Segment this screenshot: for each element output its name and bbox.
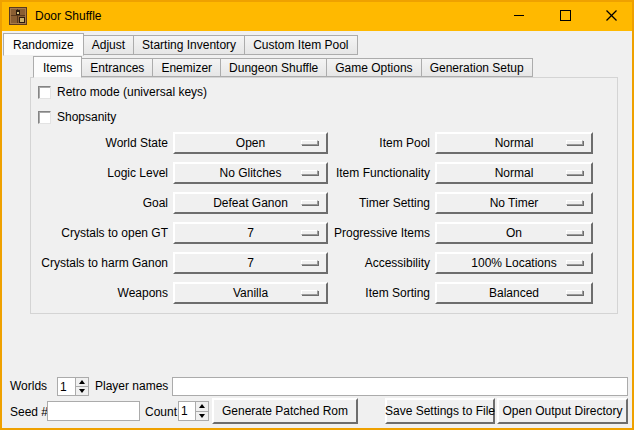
tab-generation-setup[interactable]: Generation Setup (421, 58, 533, 77)
minimize-button[interactable] (496, 0, 542, 31)
spinner-down-icon (199, 414, 205, 418)
item-functionality-dropdown[interactable]: Normal (435, 162, 593, 184)
item-functionality-value: Normal (495, 164, 534, 182)
dropdown-indicator-icon (566, 200, 583, 205)
item-sorting-label: Item Sorting (290, 282, 430, 304)
crystals-open-gt-label: Crystals to open GT (35, 222, 168, 244)
seed-input[interactable] (47, 401, 140, 421)
weapons-label: Weapons (35, 282, 168, 304)
world-state-value: Open (236, 134, 265, 152)
tab-randomize[interactable]: Randomize (3, 33, 84, 56)
item-pool-value: Normal (495, 134, 534, 152)
accessibility-value: 100% Locations (471, 254, 556, 272)
caption-buttons (496, 0, 634, 31)
item-sorting-value: Balanced (489, 284, 539, 302)
tab-custom-item-pool[interactable]: Custom Item Pool (244, 35, 357, 55)
door-icon (9, 7, 27, 25)
accessibility-dropdown[interactable]: 100% Locations (435, 252, 593, 274)
weapons-value: Vanilla (233, 284, 268, 302)
count-spinner-up-button[interactable] (196, 402, 208, 411)
dropdown-indicator-icon (566, 170, 583, 175)
spinner-up-icon (199, 404, 205, 408)
window-title: Door Shuffle (35, 9, 102, 23)
progressive-items-label: Progressive Items (290, 222, 430, 244)
minimize-icon (514, 15, 524, 16)
tab-starting-inventory[interactable]: Starting Inventory (133, 35, 245, 55)
door-shuffle-window: Door Shuffle Randomize Adjust Starting I… (0, 0, 634, 430)
count-label: Count (145, 405, 177, 419)
generate-patched-rom-button[interactable]: Generate Patched Rom (212, 398, 358, 424)
count-spinner-down-button[interactable] (196, 411, 208, 421)
tab-game-options[interactable]: Game Options (326, 58, 421, 77)
world-state-label: World State (35, 132, 168, 154)
tab-entrances[interactable]: Entrances (81, 58, 153, 77)
dropdown-indicator-icon (566, 230, 583, 235)
dropdown-indicator-icon (566, 140, 583, 145)
retro-mode-label: Retro mode (universal keys) (57, 86, 207, 99)
worlds-spinner (57, 377, 89, 396)
sub-tabbar: Items Entrances Enemizer Dungeon Shuffle… (33, 55, 532, 77)
tab-items[interactable]: Items (33, 56, 82, 78)
close-icon (606, 10, 617, 21)
progressive-items-value: On (506, 224, 522, 242)
count-spinner-arrows (195, 402, 208, 420)
main-tabbar: Randomize Adjust Starting Inventory Cust… (3, 32, 357, 55)
retro-mode-checkbox[interactable] (38, 86, 51, 99)
tab-adjust[interactable]: Adjust (83, 35, 134, 55)
goal-label: Goal (35, 192, 168, 214)
worlds-label: Worlds (10, 379, 47, 393)
worlds-spinner-down-button[interactable] (76, 386, 88, 395)
item-pool-dropdown[interactable]: Normal (435, 132, 593, 154)
crystals-open-gt-value: 7 (247, 224, 254, 242)
item-functionality-label: Item Functionality (290, 162, 430, 184)
shopsanity-checkbox[interactable] (38, 111, 51, 124)
save-settings-button[interactable]: Save Settings to File (385, 398, 495, 424)
spinner-up-icon (79, 380, 85, 384)
count-spinner (178, 401, 209, 421)
open-output-directory-button[interactable]: Open Output Directory (497, 398, 628, 424)
goal-value: Defeat Ganon (213, 194, 288, 212)
seed-label: Seed # (10, 405, 48, 419)
shopsanity-label: Shopsanity (57, 111, 116, 124)
crystals-harm-ganon-label: Crystals to harm Ganon (35, 252, 168, 274)
timer-setting-value: No Timer (490, 194, 539, 212)
tab-enemizer[interactable]: Enemizer (152, 58, 221, 77)
tab-dungeon-shuffle[interactable]: Dungeon Shuffle (220, 58, 327, 77)
close-button[interactable] (588, 0, 634, 31)
item-sorting-dropdown[interactable]: Balanced (435, 282, 593, 304)
player-names-label: Player names (95, 379, 168, 393)
count-input[interactable] (179, 402, 195, 420)
progressive-items-dropdown[interactable]: On (435, 222, 593, 244)
worlds-spinner-up-button[interactable] (76, 378, 88, 386)
dropdown-indicator-icon (566, 260, 583, 265)
accessibility-label: Accessibility (290, 252, 430, 274)
crystals-harm-ganon-value: 7 (247, 254, 254, 272)
maximize-icon (560, 10, 571, 21)
titlebar: Door Shuffle (0, 0, 634, 31)
spinner-down-icon (79, 389, 85, 393)
logic-level-label: Logic Level (35, 162, 168, 184)
maximize-button[interactable] (542, 0, 588, 31)
item-pool-label: Item Pool (290, 132, 430, 154)
worlds-input[interactable] (58, 378, 75, 395)
worlds-spinner-arrows (75, 378, 88, 395)
timer-setting-dropdown[interactable]: No Timer (435, 192, 593, 214)
player-names-input[interactable] (172, 377, 628, 396)
dropdown-indicator-icon (566, 290, 583, 295)
timer-setting-label: Timer Setting (290, 192, 430, 214)
logic-level-value: No Glitches (219, 164, 281, 182)
